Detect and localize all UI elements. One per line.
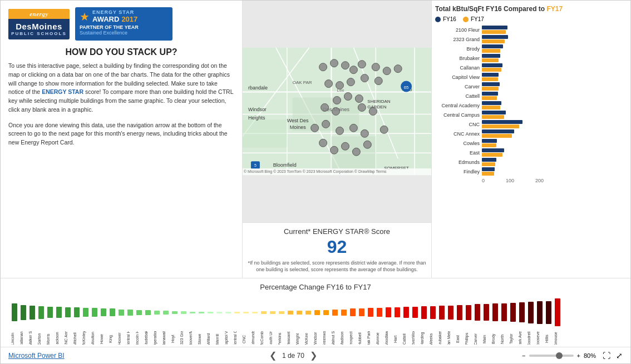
list-item[interactable] xyxy=(215,296,223,329)
svg-point-42 xyxy=(347,78,354,86)
list-item[interactable] xyxy=(456,296,464,329)
table-row[interactable]: CNC Annex xyxy=(435,129,627,138)
list-item[interactable] xyxy=(438,296,446,329)
map-container[interactable]: rbandale Windsor Heights West Des Moines… xyxy=(243,1,431,222)
list-item[interactable] xyxy=(82,296,90,329)
table-row[interactable]: CNC xyxy=(435,120,627,128)
table-row[interactable]: Callanan xyxy=(435,63,627,72)
table-row[interactable]: Brody xyxy=(435,44,627,53)
right-panel[interactable]: Total kBtu/SqFt FY16 Compared to FY17 FY… xyxy=(432,1,630,278)
pct-bar-inner xyxy=(154,311,160,315)
list-item[interactable] xyxy=(402,296,410,329)
table-row[interactable]: 2323 Grand xyxy=(435,35,627,43)
list-item[interactable] xyxy=(269,296,277,329)
list-item[interactable] xyxy=(349,296,357,329)
list-item[interactable] xyxy=(518,296,526,329)
bar-label: Brubaker xyxy=(435,56,480,61)
list-item[interactable] xyxy=(491,296,499,329)
list-item[interactable] xyxy=(11,296,18,329)
list-item[interactable] xyxy=(73,296,81,329)
list-item[interactable] xyxy=(180,296,188,329)
list-item[interactable] xyxy=(313,296,321,329)
list-item[interactable] xyxy=(384,296,392,329)
list-item[interactable] xyxy=(474,296,481,329)
zoom-plus[interactable]: + xyxy=(577,352,580,359)
power-bi-link[interactable]: Microsoft Power BI xyxy=(8,352,65,360)
list-item[interactable] xyxy=(465,296,472,329)
list-item[interactable] xyxy=(189,296,196,329)
list-item[interactable] xyxy=(500,296,508,329)
list-item[interactable] xyxy=(536,296,544,329)
list-item[interactable] xyxy=(447,296,455,329)
list-item[interactable] xyxy=(393,296,401,329)
list-item[interactable] xyxy=(153,296,161,329)
pct-bar-inner xyxy=(279,311,284,314)
energy-star-title: ENERGY STAR xyxy=(92,9,137,15)
list-item[interactable] xyxy=(411,296,419,329)
list-item[interactable] xyxy=(198,296,205,329)
list-item[interactable] xyxy=(367,296,374,329)
table-row[interactable]: Capitol View xyxy=(435,73,627,81)
list-item[interactable] xyxy=(224,296,232,329)
bar-fy17 xyxy=(482,39,505,43)
list-item[interactable] xyxy=(420,296,428,329)
percent-chart[interactable] xyxy=(8,295,623,330)
list-item[interactable] xyxy=(37,296,45,329)
list-item[interactable] xyxy=(109,296,116,329)
table-row[interactable]: Carver xyxy=(435,82,627,91)
table-row[interactable]: Cattell xyxy=(435,92,627,100)
list-item[interactable] xyxy=(91,296,98,329)
fullscreen-icon[interactable]: ⤢ xyxy=(616,351,623,360)
list-item[interactable] xyxy=(206,296,214,329)
bar-fy16 xyxy=(482,63,502,67)
list-item[interactable] xyxy=(55,296,63,329)
list-item[interactable] xyxy=(429,296,437,329)
zoom-slider[interactable] xyxy=(529,355,574,357)
bar-group xyxy=(482,148,504,157)
zoom-minus[interactable]: − xyxy=(522,352,525,359)
table-row[interactable]: 2100 Fleur xyxy=(435,26,627,34)
table-row[interactable]: Central Campus xyxy=(435,111,627,119)
list-item[interactable] xyxy=(126,296,134,329)
table-row[interactable]: Findley xyxy=(435,167,627,176)
list-item[interactable] xyxy=(331,296,339,329)
list-item[interactable] xyxy=(171,296,179,329)
list-item[interactable] xyxy=(251,296,259,329)
list-item[interactable] xyxy=(482,296,490,329)
list-item[interactable] xyxy=(358,296,366,329)
list-item[interactable] xyxy=(278,296,285,329)
list-item[interactable] xyxy=(376,296,383,329)
table-row[interactable]: Brubaker xyxy=(435,54,627,62)
list-item[interactable] xyxy=(64,296,72,329)
next-page-button[interactable]: ❯ xyxy=(310,350,317,361)
list-item[interactable] xyxy=(295,296,303,329)
list-item[interactable] xyxy=(340,296,348,329)
list-item[interactable] xyxy=(242,296,250,329)
table-row[interactable]: Edmunds xyxy=(435,158,627,166)
list-item[interactable] xyxy=(554,296,561,329)
bar-group xyxy=(482,139,497,147)
list-item[interactable] xyxy=(545,296,553,329)
list-item[interactable] xyxy=(144,296,152,329)
list-item[interactable] xyxy=(527,296,535,329)
svg-point-48 xyxy=(321,103,329,111)
table-row[interactable]: East xyxy=(435,148,627,157)
list-item[interactable] xyxy=(322,296,330,329)
list-item[interactable] xyxy=(100,296,107,329)
list-item[interactable] xyxy=(135,296,143,329)
list-item[interactable] xyxy=(304,296,312,329)
bar-fy17 xyxy=(482,77,498,81)
list-item[interactable] xyxy=(233,296,241,329)
list-item[interactable] xyxy=(260,296,268,329)
table-row[interactable]: Cowles xyxy=(435,139,627,147)
list-item[interactable] xyxy=(117,296,125,329)
fit-to-screen-icon[interactable]: ⛶ xyxy=(603,351,610,360)
list-item[interactable] xyxy=(162,296,170,329)
prev-page-button[interactable]: ❮ xyxy=(269,350,277,361)
list-item[interactable] xyxy=(509,296,517,329)
list-item[interactable] xyxy=(46,296,54,329)
list-item[interactable] xyxy=(19,296,27,329)
list-item[interactable] xyxy=(287,296,294,329)
table-row[interactable]: Central Academy xyxy=(435,101,627,109)
list-item[interactable] xyxy=(28,296,36,329)
